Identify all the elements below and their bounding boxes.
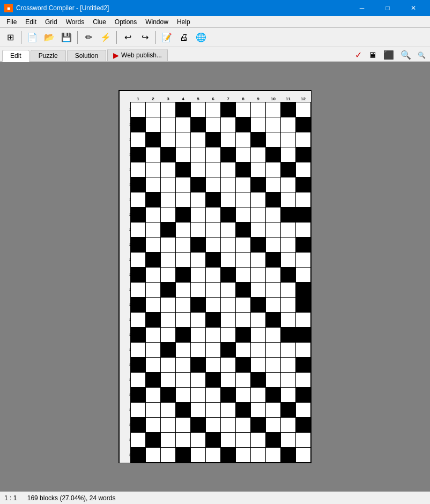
- grid-cell-16-6[interactable]: [205, 327, 221, 343]
- web-button[interactable]: 🌐: [193, 30, 209, 45]
- grid-cell-9-12[interactable]: [295, 222, 311, 238]
- grid-cell-11-7[interactable]: [220, 252, 236, 268]
- grid-cell-14-1[interactable]: [130, 297, 146, 313]
- grid-cell-17-2[interactable]: [145, 342, 161, 358]
- grid-cell-8-7[interactable]: [220, 207, 236, 223]
- grid-cell-8-8[interactable]: [235, 207, 251, 223]
- grid-cell-7-6[interactable]: [205, 192, 221, 207]
- grid-cell-2-10[interactable]: [265, 117, 281, 132]
- grid-cell-3-9[interactable]: [250, 132, 266, 147]
- grid-cell-5-7[interactable]: [220, 162, 236, 177]
- grid-cell-20-4[interactable]: [175, 387, 191, 403]
- grid-cell-12-11[interactable]: [280, 267, 296, 283]
- redo-button[interactable]: ↪: [137, 30, 153, 45]
- grid-cell-7-10[interactable]: [265, 192, 281, 207]
- grid-cell-13-11[interactable]: [280, 282, 296, 298]
- grid-cell-5-8[interactable]: [235, 162, 251, 177]
- grid-cell-9-5[interactable]: [190, 222, 206, 238]
- grid-cell-2-8[interactable]: [235, 117, 251, 132]
- grid-cell-9-2[interactable]: [145, 222, 161, 238]
- grid-cell-1-8[interactable]: [235, 102, 251, 117]
- grid-cell-3-4[interactable]: [175, 132, 191, 147]
- grid-cell-10-8[interactable]: [235, 237, 251, 253]
- grid-cell-3-10[interactable]: [265, 132, 281, 147]
- grid-cell-21-7[interactable]: [220, 402, 236, 418]
- grid-cell-13-1[interactable]: [130, 282, 146, 298]
- grid-cell-18-12[interactable]: [295, 357, 311, 373]
- grid-cell-14-6[interactable]: [205, 297, 221, 313]
- zoom-in-icon[interactable]: 🔍: [398, 49, 413, 61]
- grid-cell-21-8[interactable]: [235, 402, 251, 418]
- grid-cell-6-3[interactable]: [160, 177, 176, 192]
- grid-cell-21-10[interactable]: [265, 402, 281, 418]
- grid-cell-14-10[interactable]: [265, 297, 281, 313]
- grid-cell-20-6[interactable]: [205, 387, 221, 403]
- grid-cell-8-3[interactable]: [160, 207, 176, 223]
- grid-cell-1-4[interactable]: [175, 102, 191, 117]
- grid-cell-19-7[interactable]: [220, 372, 236, 388]
- grid-cell-3-8[interactable]: [235, 132, 251, 147]
- grid-cell-23-11[interactable]: [280, 432, 296, 448]
- grid-cell-12-5[interactable]: [190, 267, 206, 283]
- grid-cell-14-7[interactable]: [220, 297, 236, 313]
- grid-cell-21-6[interactable]: [205, 402, 221, 418]
- grid-cell-11-5[interactable]: [190, 252, 206, 268]
- grid-cell-10-4[interactable]: [175, 237, 191, 253]
- grid-cell-23-3[interactable]: [160, 432, 176, 448]
- grid-cell-23-4[interactable]: [175, 432, 191, 448]
- zoom-out-icon[interactable]: 🔍: [416, 50, 428, 60]
- grid-cell-10-11[interactable]: [280, 237, 296, 253]
- grid-cell-3-7[interactable]: [220, 132, 236, 147]
- grid-cell-24-5[interactable]: [190, 447, 206, 463]
- grid-cell-4-3[interactable]: [160, 147, 176, 162]
- menu-item-edit[interactable]: Edit: [21, 16, 41, 28]
- grid-cell-1-11[interactable]: [280, 102, 296, 117]
- grid-cell-7-4[interactable]: [175, 192, 191, 207]
- grid-cell-20-1[interactable]: [130, 387, 146, 403]
- grid-cell-19-4[interactable]: [175, 372, 191, 388]
- grid-cell-21-9[interactable]: [250, 402, 266, 418]
- grid-cell-17-6[interactable]: [205, 342, 221, 358]
- grid-cell-3-5[interactable]: [190, 132, 206, 147]
- grid-cell-15-5[interactable]: [190, 312, 206, 328]
- print-button[interactable]: 🖨: [176, 30, 192, 45]
- grid-cell-5-4[interactable]: [175, 162, 191, 177]
- grid-cell-13-3[interactable]: [160, 282, 176, 298]
- grid-cell-16-1[interactable]: [130, 327, 146, 343]
- grid-cell-10-2[interactable]: [145, 237, 161, 253]
- grid-cell-17-10[interactable]: [265, 342, 281, 358]
- grid-cell-12-1[interactable]: [130, 267, 146, 283]
- grid-cell-15-10[interactable]: [265, 312, 281, 328]
- grid-cell-17-4[interactable]: [175, 342, 191, 358]
- grid-cell-10-12[interactable]: [295, 237, 311, 253]
- menu-item-help[interactable]: Help: [173, 16, 195, 28]
- close-button[interactable]: ✕: [401, 0, 426, 16]
- grid-cell-18-7[interactable]: [220, 357, 236, 373]
- grid-cell-11-1[interactable]: [130, 252, 146, 268]
- grid-cell-24-11[interactable]: [280, 447, 296, 463]
- grid-cell-23-7[interactable]: [220, 432, 236, 448]
- menu-item-window[interactable]: Window: [141, 16, 173, 28]
- grid-cell-1-2[interactable]: [145, 102, 161, 117]
- grid-cell-18-10[interactable]: [265, 357, 281, 373]
- menu-item-clue[interactable]: Clue: [88, 16, 110, 28]
- grid-cell-7-3[interactable]: [160, 192, 176, 207]
- grid-cell-10-5[interactable]: [190, 237, 206, 253]
- grid-cell-2-11[interactable]: [280, 117, 296, 132]
- grid-cell-18-9[interactable]: [250, 357, 266, 373]
- grid-cell-8-1[interactable]: [130, 207, 146, 223]
- grid-cell-16-11[interactable]: [280, 327, 296, 343]
- grid-cell-17-8[interactable]: [235, 342, 251, 358]
- grid-cell-17-1[interactable]: [130, 342, 146, 358]
- grid-cell-13-5[interactable]: [190, 282, 206, 298]
- grid-cell-9-4[interactable]: [175, 222, 191, 238]
- save-button[interactable]: 💾: [58, 30, 75, 45]
- grid-cell-16-8[interactable]: [235, 327, 251, 343]
- grid-cell-18-2[interactable]: [145, 357, 161, 373]
- grid-cell-14-12[interactable]: [295, 297, 311, 313]
- grid-cell-21-4[interactable]: [175, 402, 191, 418]
- grid-cell-13-9[interactable]: [250, 282, 266, 298]
- crossword-grid[interactable]: 1234567891011121314151617181920212223242…: [120, 91, 310, 462]
- grid-cell-18-5[interactable]: [190, 357, 206, 373]
- grid-cell-9-3[interactable]: [160, 222, 176, 238]
